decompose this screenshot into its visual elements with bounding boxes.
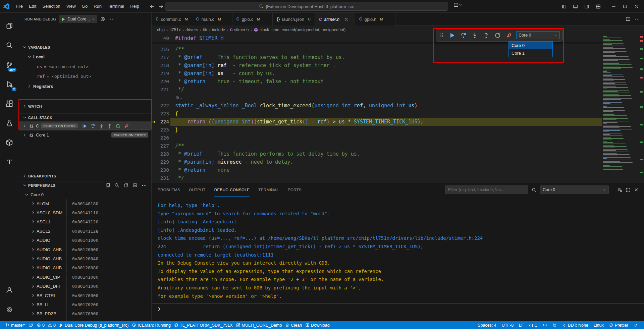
menu-edit[interactable]: Edit (26, 2, 39, 11)
close-panel-icon[interactable] (634, 187, 639, 192)
code-line[interactable]: 226 (152, 134, 602, 142)
menu-run[interactable]: Run (91, 2, 105, 11)
panel-tab-terminal[interactable]: TERMINAL (258, 183, 279, 197)
console-core-select[interactable]: Core 0 (540, 185, 609, 194)
status-eol[interactable]: LF (516, 321, 527, 329)
breadcrumb-item[interactable]: stimer.h (234, 28, 249, 32)
code-line[interactable]: 222static _always_inline _Bool clock_tim… (152, 102, 602, 110)
window-close-icon[interactable] (631, 2, 641, 11)
tab-stimer.h[interactable]: Cstimer.h (315, 13, 355, 25)
code-line[interactable]: 218 * @param[in] ref - reference tick of… (152, 61, 602, 69)
variables-scope-local[interactable]: Local (19, 53, 152, 61)
status-encoding[interactable]: UTF-8 (499, 321, 516, 329)
tab-main.c[interactable]: Cmain.cM (192, 13, 232, 25)
minimap[interactable] (602, 34, 639, 183)
back-arrow-icon[interactable] (150, 4, 155, 9)
peripheral-row[interactable]: ASCL10x80141120 (19, 218, 152, 226)
peripheral-row[interactable]: ASCL20x80141128 (19, 227, 152, 235)
breadcrumb-item[interactable]: tl751x (169, 28, 180, 32)
customize-layout-icon[interactable] (453, 2, 462, 7)
code-line[interactable]: 225} (152, 126, 602, 134)
section-breakpoints[interactable]: BREAKPOINTS (19, 172, 152, 180)
variables-scope-registers[interactable]: Registers (19, 83, 152, 90)
tab-launch.json[interactable]: {}launch.jsonU (273, 13, 315, 25)
status-iceman[interactable]: ICEMan: Running (130, 321, 172, 329)
step-over-icon[interactable] (90, 123, 96, 129)
step-out-icon[interactable] (107, 123, 112, 129)
peripheral-row[interactable]: AUDIO_AHB0x80120000 (19, 245, 152, 254)
collapse-all-icon[interactable] (105, 183, 110, 188)
panel-tab-problems[interactable]: PROBLEMS (158, 183, 180, 197)
status-sdk[interactable]: TL_PLATFORM_SDK_751X (172, 321, 234, 329)
core-option-core-0[interactable]: Core 0 (509, 42, 552, 49)
code-line[interactable]: 223{ (152, 110, 602, 118)
peripheral-row[interactable]: BB_PDZB0x80170300 (19, 310, 152, 318)
status-cat-ext[interactable] (550, 321, 559, 329)
status-download[interactable]: Download (304, 321, 331, 329)
menu-view[interactable]: View (63, 2, 79, 11)
inline-gear-icon[interactable] (175, 96, 179, 100)
status-branch[interactable]: master* (3, 321, 35, 329)
sync-icon[interactable] (29, 323, 33, 327)
activity-settings[interactable] (0, 300, 19, 319)
status-copilot[interactable] (540, 321, 550, 329)
code-line[interactable]: 227/** (152, 142, 602, 150)
step-into-icon[interactable] (99, 123, 104, 129)
section-call-stack[interactable]: CALL STACK (19, 113, 152, 121)
activity-source-control[interactable]: 1K+ (0, 55, 19, 74)
toggle-secondary-sidebar-icon[interactable] (582, 2, 592, 11)
activity-embedded-tools[interactable] (0, 113, 19, 133)
step-out-button[interactable] (482, 31, 490, 39)
tab-gpio.c[interactable]: Cgpio.cM (232, 13, 273, 25)
refresh-icon[interactable] (123, 183, 128, 188)
panel-tab-debug-console[interactable]: DEBUG CONSOLE (214, 183, 250, 197)
activity-telink-view[interactable]: T (0, 152, 19, 172)
window-minimize-icon[interactable] (608, 2, 619, 11)
search-icon[interactable] (114, 183, 119, 188)
code-line[interactable]: 228 * @brief This function performs to s… (152, 150, 602, 158)
peripheral-row[interactable]: AUDIO_DFI0x80141000 (19, 282, 152, 291)
status-clean[interactable]: Clean (283, 321, 304, 329)
step-into-button[interactable] (471, 31, 479, 39)
disconnect-button[interactable] (505, 31, 513, 39)
menu-help[interactable]: Help (127, 2, 142, 11)
core-select-dropdown[interactable]: Core 0 (516, 31, 560, 39)
status-problems[interactable]: 00 (35, 321, 57, 329)
peripheral-row[interactable]: AUDIO_CIP0x80141080 (19, 273, 152, 281)
peripheral-row[interactable]: AUDIO_AHB0x80120080 (19, 264, 152, 272)
breadcrumb-item[interactable]: lib (203, 28, 207, 32)
more-actions-icon[interactable] (142, 183, 147, 188)
debug-console-input[interactable] (152, 304, 644, 321)
menu-terminal[interactable]: Terminal (105, 2, 127, 11)
peripheral-row[interactable]: ASCL0_SDM0x80141110 (19, 208, 152, 217)
status-debug-session[interactable]: Dual Core Debug (tl_platform_src) (57, 321, 130, 329)
menu-selection[interactable]: Selection (39, 2, 63, 11)
activity-search[interactable] (0, 36, 19, 55)
code-line[interactable]: ⌄ (152, 94, 602, 102)
section-peripherals[interactable]: PERIPHERALS (19, 181, 152, 189)
split-editor-icon[interactable] (626, 16, 631, 21)
restart-button[interactable] (493, 31, 501, 39)
debug-console-output[interactable]: For help, type "help".Type "apropos word… (152, 197, 644, 304)
restart-icon[interactable] (115, 123, 121, 129)
activity-packages[interactable] (0, 133, 19, 152)
status-language[interactable]: { }C (527, 321, 540, 329)
menu-file[interactable]: File (13, 2, 26, 11)
filter-search-icon[interactable] (532, 187, 537, 193)
activity-explorer[interactable] (0, 16, 19, 36)
call-stack-thread[interactable]: Core 1PAUSED ON ENTRY (19, 130, 152, 140)
status-bdt[interactable]: BDT: None (559, 321, 591, 329)
more-actions-icon[interactable] (108, 16, 113, 22)
code-line[interactable]: 219 * @param[in] us - count by us. (152, 69, 602, 77)
customize-layout-grid-icon[interactable] (593, 2, 603, 11)
code-line[interactable]: 231 */ (152, 174, 602, 182)
code-line-current[interactable]: 224 return ((unsigned int)(stimer_get_ti… (152, 118, 602, 126)
variable-row[interactable]: ref = <optimized out> (19, 72, 152, 80)
export-icon[interactable] (132, 183, 138, 188)
launch-config-dropdown[interactable]: Dual Core... (59, 15, 97, 23)
code-line[interactable]: 221 */ (152, 86, 602, 94)
continue-icon[interactable] (82, 123, 87, 129)
window-maximize-icon[interactable] (620, 2, 630, 11)
step-over-button[interactable] (459, 31, 467, 39)
tab-common.c[interactable]: Ccommon.cM (152, 13, 192, 25)
